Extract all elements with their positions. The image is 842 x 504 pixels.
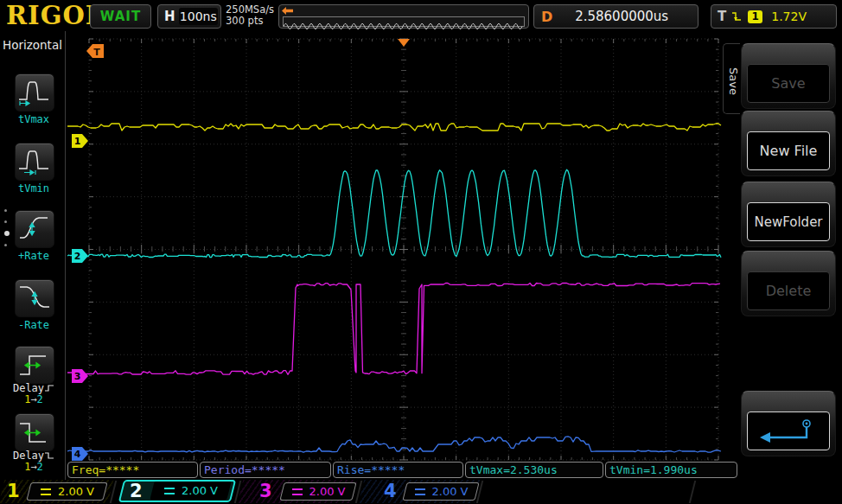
channel-separator: [689, 481, 696, 503]
delay-fall-label: Delay: [0, 450, 67, 462]
preview-position-icon: [282, 7, 293, 15]
delete-button-label: Delete: [747, 271, 830, 310]
ch3-number: 3: [259, 480, 272, 502]
ch2-scale: 2.00 V: [182, 484, 218, 497]
svg-text:4: 4: [74, 449, 81, 460]
enter-arrow-icon: [750, 416, 827, 447]
svg-text:1: 1: [74, 136, 81, 147]
scroll-dot: [4, 220, 7, 223]
enter-button[interactable]: [741, 391, 836, 456]
measurement-period: Period=*****: [200, 462, 331, 478]
tvmin-label: tVmin: [0, 182, 67, 195]
preview-waveform: [284, 22, 524, 30]
ch2-number: 2: [130, 480, 143, 502]
delay-value: 2.58600000us: [552, 9, 691, 24]
memory-depth: 300 pts: [226, 16, 274, 27]
delay-rise-button[interactable]: [15, 346, 54, 384]
new-file-button-label: New File: [747, 131, 830, 170]
plus-rate-icon: [16, 211, 54, 247]
scroll-dot: [4, 244, 7, 246]
delay-fall-icon: [16, 414, 54, 450]
ch1-scale: 2.00 V: [58, 485, 94, 498]
timebase-value: 100ns: [179, 8, 218, 25]
plus-rate-label: +Rate: [0, 250, 67, 262]
new-file-button[interactable]: New File: [741, 111, 836, 176]
ch4-number: 4: [384, 480, 397, 502]
minus-rate-label: -Rate: [0, 319, 67, 331]
waveform-display[interactable]: T1234: [67, 31, 722, 462]
ch3-scale: 2.00 V: [309, 485, 346, 498]
save-button[interactable]: Save: [741, 43, 836, 109]
measurement-freq: Freq=*****: [67, 462, 198, 478]
tvmax-label: tVmax: [0, 113, 67, 125]
svg-text:2: 2: [74, 251, 81, 262]
timebase-label: H: [164, 9, 175, 24]
tvmax-button[interactable]: [15, 73, 54, 112]
acquisition-info: 250MSa/s 300 pts: [226, 4, 274, 27]
trigger-box[interactable]: T 1 1.72V: [711, 4, 837, 29]
ch4-dc-coupling-icon: [414, 488, 426, 496]
menu-tab-save[interactable]: Save: [726, 55, 740, 107]
trigger-source-badge: 1: [748, 10, 762, 23]
ch2-dc-coupling-icon: [163, 487, 175, 495]
tvmax-icon: [16, 74, 54, 111]
new-folder-button[interactable]: NewFolder: [741, 182, 836, 247]
svg-text:3: 3: [74, 371, 81, 382]
trigger-level-value: 1.72V: [771, 10, 807, 23]
fall-edge-glyph: [45, 451, 54, 460]
trigger-label: T: [718, 9, 726, 24]
delete-button[interactable]: Delete: [741, 251, 836, 316]
svg-text:T: T: [93, 47, 100, 58]
oscilloscope-screen: RIGOL WAIT H 100ns 250MSa/s 300 pts D 2.…: [0, 0, 842, 504]
left-function-menu: Horizontal tVmax tVmin +Rate: [0, 31, 66, 481]
memory-preview-bar[interactable]: [278, 4, 529, 29]
ch1-number: 1: [7, 480, 20, 502]
delay-rise-channels: 1→2: [0, 393, 67, 405]
delay-label: D: [541, 9, 552, 25]
ch4-scale: 2.00 V: [432, 485, 469, 498]
tvmin-button[interactable]: [15, 143, 54, 181]
save-button-label: Save: [747, 64, 830, 103]
trigger-falling-edge-icon: [731, 10, 743, 22]
delay-rise-icon: [16, 347, 54, 383]
measurement-rise: Rise=*****: [333, 462, 463, 478]
new-folder-button-label: NewFolder: [747, 202, 830, 241]
delay-rise-label: Delay: [0, 382, 67, 394]
menu-title: Horizontal: [3, 38, 62, 52]
scroll-dot: [4, 209, 7, 212]
tvmin-icon: [16, 144, 54, 180]
measurement-tvmin: tVmin=1.990us: [605, 462, 737, 478]
timebase-box[interactable]: H 100ns: [157, 4, 221, 29]
run-status-text: WAIT: [100, 9, 141, 24]
scroll-dot-active: [4, 231, 10, 236]
ch1-dc-coupling-icon: [40, 488, 52, 496]
plus-rate-button[interactable]: [15, 210, 54, 248]
minus-rate-icon: [16, 280, 54, 316]
delay-fall-button[interactable]: [15, 413, 54, 451]
preview-wave-strip: [283, 16, 525, 27]
channel-status-bar: 1 2.00 V 2 2.00 V 3 2.00 V: [0, 480, 842, 504]
minus-rate-button[interactable]: [15, 279, 54, 317]
rise-edge-glyph: [45, 384, 54, 392]
delay-fall-channels: 1→2: [0, 461, 67, 473]
delay-box[interactable]: D 2.58600000us: [533, 4, 698, 29]
measurement-tvmax: tVmax=2.530us: [465, 462, 603, 478]
ch3-dc-coupling-icon: [291, 488, 303, 496]
run-status-badge[interactable]: WAIT: [90, 4, 151, 29]
